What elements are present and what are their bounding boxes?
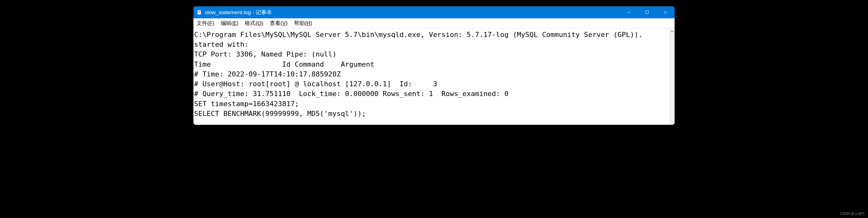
log-line: # User@Host: root[root] @ localhost [127…	[194, 80, 437, 88]
titlebar[interactable]: slow_statement.log - 记事本	[193, 6, 675, 18]
notepad-window: slow_statement.log - 记事本 文件(F) 编辑(E	[193, 6, 675, 125]
log-line: # Query_time: 31.751110 Lock_time: 0.000…	[194, 90, 508, 98]
svg-rect-6	[646, 11, 649, 14]
scroll-up-icon	[670, 30, 674, 34]
menu-edit[interactable]: 编辑(E)	[219, 19, 240, 28]
text-area[interactable]: C:\Program Files\MySQL\MySQL Server 5.7\…	[193, 29, 669, 125]
window-title: slow_statement.log - 记事本	[205, 9, 620, 16]
vertical-scrollbar[interactable]	[669, 29, 675, 125]
log-line: C:\Program Files\MySQL\MySQL Server 5.7\…	[194, 31, 647, 48]
log-line: TCP Port: 3306, Named Pipe: (null)	[194, 50, 337, 58]
menu-view[interactable]: 查看(V)	[269, 19, 289, 28]
log-line: SELECT BENCHMARK(99999999, MD5('mysql'))…	[194, 110, 366, 117]
maximize-icon	[645, 10, 649, 14]
notepad-icon	[196, 9, 202, 15]
close-button[interactable]	[656, 6, 675, 18]
maximize-button[interactable]	[638, 6, 656, 18]
minimize-icon	[627, 10, 630, 14]
menu-format[interactable]: 格式(O)	[243, 19, 265, 28]
close-icon	[663, 10, 667, 14]
content-wrapper: C:\Program Files\MySQL\MySQL Server 5.7\…	[193, 29, 675, 125]
window-controls	[620, 6, 675, 18]
log-line: SET timestamp=1663423817;	[194, 100, 299, 108]
menubar: 文件(F) 编辑(E) 格式(O) 查看(V) 帮助(H)	[193, 18, 675, 29]
menu-file[interactable]: 文件(F)	[195, 19, 216, 28]
minimize-button[interactable]	[620, 6, 638, 18]
log-line: Time Id Command Argument	[194, 60, 374, 68]
log-line: # Time: 2022-09-17T14:10:17.885920Z	[194, 70, 341, 78]
menu-help[interactable]: 帮助(H)	[293, 19, 314, 28]
